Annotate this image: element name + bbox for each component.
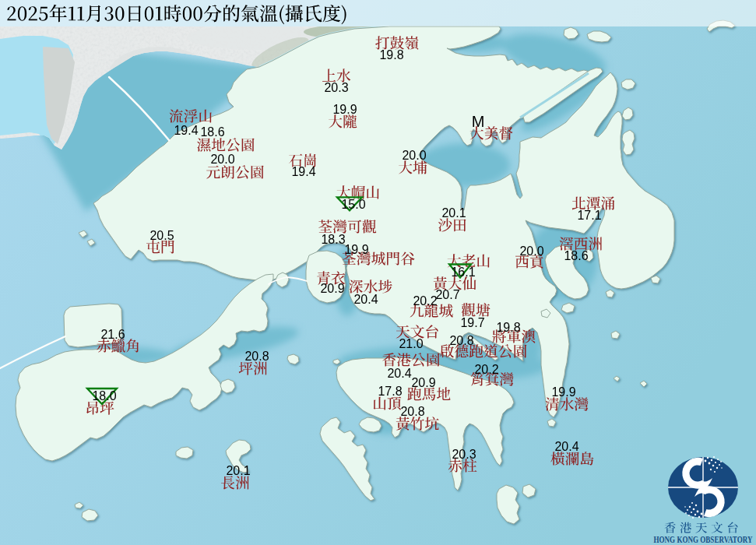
svg-text:20.5: 20.5 xyxy=(149,229,174,242)
svg-text:19.4: 19.4 xyxy=(174,124,198,137)
svg-text:19.4: 19.4 xyxy=(291,165,315,178)
svg-text:19.8: 19.8 xyxy=(496,321,520,334)
svg-text:20.4: 20.4 xyxy=(554,440,578,453)
svg-text:18.0: 18.0 xyxy=(92,389,116,403)
svg-text:17.1: 17.1 xyxy=(577,209,601,222)
svg-text:20.8: 20.8 xyxy=(244,350,269,363)
svg-text:20.8: 20.8 xyxy=(449,334,473,347)
svg-text:20.0: 20.0 xyxy=(402,149,426,162)
svg-text:20.8: 20.8 xyxy=(400,405,424,418)
svg-text:20.9: 20.9 xyxy=(411,376,435,389)
svg-text:20.3: 20.3 xyxy=(452,448,476,461)
svg-text:M: M xyxy=(472,113,485,130)
svg-text:16.1: 16.1 xyxy=(451,265,475,279)
svg-text:HONG KONG OBSERVATORY: HONG KONG OBSERVATORY xyxy=(654,535,754,544)
svg-text:17.8: 17.8 xyxy=(378,385,402,398)
svg-text:21.0: 21.0 xyxy=(399,337,423,350)
svg-text:20.9: 20.9 xyxy=(320,282,344,295)
svg-text:19.9: 19.9 xyxy=(551,385,575,399)
svg-text:15.0: 15.0 xyxy=(341,198,365,211)
svg-text:18.3: 18.3 xyxy=(321,233,345,246)
svg-text:19.9: 19.9 xyxy=(344,243,368,256)
svg-text:20.2: 20.2 xyxy=(413,294,437,308)
svg-text:20.4: 20.4 xyxy=(353,293,378,306)
svg-text:20.3: 20.3 xyxy=(324,81,348,94)
svg-text:21.6: 21.6 xyxy=(100,328,125,341)
svg-text:20.7: 20.7 xyxy=(435,288,459,301)
svg-text:20.4: 20.4 xyxy=(387,367,411,380)
svg-text:20.1: 20.1 xyxy=(226,464,250,477)
svg-text:18.6: 18.6 xyxy=(200,125,224,139)
svg-text:19.9: 19.9 xyxy=(332,103,357,116)
svg-text:19.8: 19.8 xyxy=(379,48,403,62)
svg-text:18.6: 18.6 xyxy=(564,249,588,262)
svg-text:20.2: 20.2 xyxy=(474,363,498,376)
svg-text:19.7: 19.7 xyxy=(460,316,484,329)
svg-text:20.0: 20.0 xyxy=(519,244,543,258)
svg-text:20.0: 20.0 xyxy=(210,153,234,166)
svg-text:20.1: 20.1 xyxy=(441,206,466,220)
